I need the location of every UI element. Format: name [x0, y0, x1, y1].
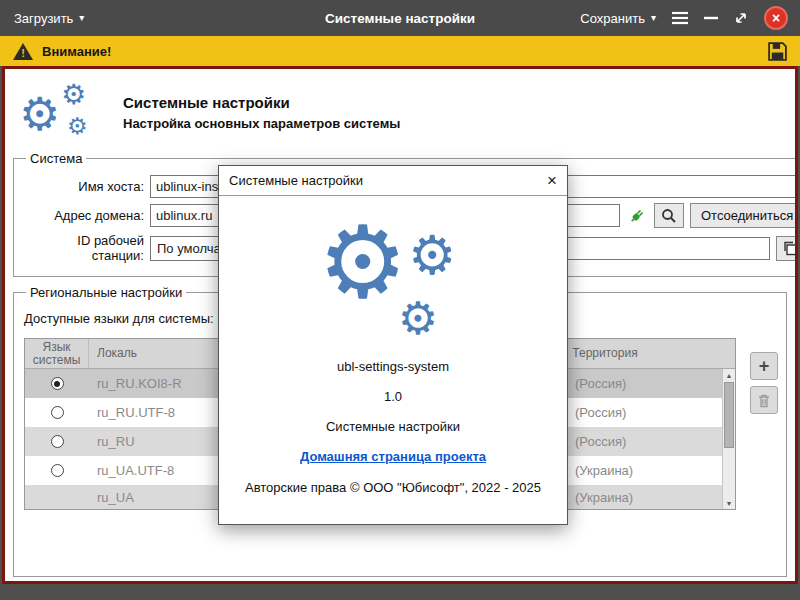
gear-icon: ⚙	[61, 81, 86, 109]
scroll-up-arrow[interactable]: ▲	[723, 369, 735, 381]
hostname-label: Имя хоста:	[22, 179, 144, 194]
dialog-close-button[interactable]: ×	[547, 172, 557, 189]
maximize-button[interactable]	[733, 10, 749, 26]
page-header-text: Системные настройки Настройка основных п…	[123, 94, 400, 131]
homepage-link[interactable]: Домашняя страница проекта	[300, 449, 486, 464]
dialog-titlebar: Системные настройки ×	[219, 166, 567, 196]
search-domain-button[interactable]	[654, 203, 684, 228]
svg-text:!: !	[21, 47, 25, 59]
languages-label: Доступные языки для системы:	[24, 311, 214, 326]
locale-cell: ru_RU.KOI8-R	[89, 376, 239, 391]
caret-down-icon: ▾	[651, 13, 656, 23]
bottom-bar	[0, 584, 800, 600]
plug-icon	[628, 207, 646, 225]
system-section-legend: Система	[26, 151, 86, 166]
titlebar: Системные настройки Загрузить ▾ Сохранит…	[0, 0, 800, 36]
dialog-body: ⚙ ⚙ ⚙ ubl-settings-system 1.0 Системные …	[219, 216, 567, 495]
copy-icon	[782, 240, 798, 256]
hamburger-icon	[671, 11, 689, 25]
gear-icon: ⚙	[19, 91, 60, 137]
column-header-language: Язык системы	[25, 339, 89, 368]
column-header-locale: Локаль	[89, 339, 239, 368]
radio-language[interactable]	[51, 435, 64, 448]
radio-language[interactable]	[51, 406, 64, 419]
locale-cell: ru_RU.UTF-8	[89, 405, 239, 420]
magnifier-icon	[661, 208, 677, 224]
locale-cell: ru_RU	[89, 434, 239, 449]
radio-cell	[25, 464, 89, 477]
warning-bar: ! Внимание!	[0, 36, 800, 66]
minimize-icon	[704, 15, 718, 21]
minimize-button[interactable]	[704, 15, 718, 21]
connection-status	[626, 207, 648, 225]
floppy-disk-icon	[767, 41, 788, 62]
page-header: ⚙ ⚙ ⚙ Системные настройки Настройка осно…	[5, 69, 795, 151]
dialog-title: Системные настройки	[229, 173, 363, 188]
load-button[interactable]: Загрузить ▾	[14, 0, 84, 36]
copy-id-button[interactable]	[776, 236, 798, 261]
scroll-down-arrow[interactable]: ▼	[723, 497, 735, 509]
close-icon: ×	[772, 11, 780, 25]
resize-diagonal-icon	[733, 10, 749, 26]
menu-button[interactable]	[671, 11, 689, 25]
warning-triangle-icon: !	[12, 42, 34, 61]
locale-cell: ru_UA.UTF-8	[89, 463, 239, 478]
save-file-button[interactable]	[767, 41, 788, 62]
radio-language[interactable]	[51, 464, 64, 477]
gears-app-icon: ⚙ ⚙ ⚙	[17, 81, 105, 143]
gear-icon: ⚙	[398, 296, 438, 341]
table-side-buttons: +	[750, 352, 778, 414]
close-window-button[interactable]: ×	[764, 6, 788, 30]
plus-icon: +	[759, 357, 770, 375]
titlebar-right: Сохранить ▾ ×	[580, 0, 788, 36]
caret-down-icon: ▾	[79, 13, 84, 23]
load-button-label: Загрузить	[14, 11, 73, 26]
warning-text: Внимание!	[42, 44, 111, 59]
workstation-id-label: ID рабочей станции:	[22, 233, 144, 263]
domain-label: Адрес домена:	[22, 208, 144, 223]
close-icon: ×	[547, 171, 557, 190]
dialog-description: Системные настройки	[219, 419, 567, 434]
radio-cell	[25, 406, 89, 419]
add-locale-button[interactable]: +	[750, 352, 778, 380]
scrollbar-thumb[interactable]	[724, 382, 734, 448]
gear-icon: ⚙	[67, 115, 88, 138]
gears-logo-icon: ⚙ ⚙ ⚙	[318, 216, 468, 344]
gear-icon: ⚙	[408, 228, 456, 282]
page-title: Системные настройки	[123, 94, 400, 111]
radio-cell	[25, 435, 89, 448]
save-button[interactable]: Сохранить ▾	[580, 11, 656, 26]
gear-icon: ⚙	[318, 212, 408, 312]
dialog-copyright: Авторские права © ООО "Юбисофт", 2022 - …	[219, 480, 567, 495]
trash-icon	[756, 392, 772, 409]
radio-cell	[25, 377, 89, 390]
radio-language-selected[interactable]	[51, 377, 64, 390]
disconnect-button[interactable]: Отсоединиться	[690, 203, 798, 228]
dialog-version: 1.0	[219, 389, 567, 404]
page-subtitle: Настройка основных параметров системы	[123, 116, 400, 131]
dialog-app-name: ubl-settings-system	[219, 359, 567, 374]
table-scrollbar[interactable]: ▲ ▼	[722, 369, 735, 509]
about-dialog: Системные настройки × ⚙ ⚙ ⚙ ubl-settings…	[218, 165, 568, 525]
app-window: Системные настройки Загрузить ▾ Сохранит…	[0, 0, 800, 600]
delete-locale-button[interactable]	[750, 386, 778, 414]
save-button-label: Сохранить	[580, 11, 645, 26]
regional-section-legend: Региональные настройки	[26, 285, 186, 300]
locale-cell: ru_UA	[89, 490, 239, 505]
